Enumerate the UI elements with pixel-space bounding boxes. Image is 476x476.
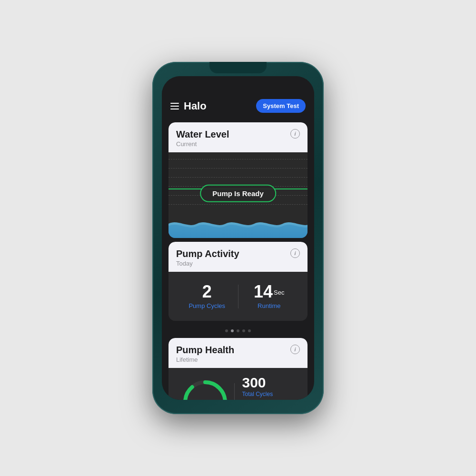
water-level-subtitle: Current: [176, 140, 229, 148]
pump-cycles-stat: 2 Pump Cycles: [176, 279, 238, 313]
phone-notch: [209, 62, 267, 73]
pump-cycles-label: Pump Cycles: [176, 302, 238, 309]
pump-health-card-header: Pump Health Lifetime i: [169, 338, 307, 368]
runtime-stat: 14Sec Runtime: [238, 279, 300, 313]
app-header: Halo System Test: [162, 76, 314, 119]
water-level-card-header: Water Level Current i: [169, 122, 307, 152]
water-level-title-group: Water Level Current: [176, 129, 229, 148]
dot-1: [225, 329, 228, 332]
pump-health-title-group: Pump Health Lifetime: [176, 345, 234, 363]
water-level-card: Water Level Current i Pump I: [169, 122, 307, 238]
phone-frame: Halo System Test Water Level Current i: [152, 62, 324, 414]
pump-activity-card-header: Pump Activity Today i: [169, 242, 307, 272]
pump-health-subtitle: Lifetime: [176, 356, 234, 363]
total-cycles-label: Total Cycles: [242, 391, 300, 397]
dash-line-3: [169, 177, 307, 178]
water-level-title: Water Level: [176, 129, 229, 140]
pump-cycles-value: 2: [176, 283, 238, 300]
pump-activity-subtitle: Today: [176, 260, 239, 267]
dot-2: [231, 329, 234, 332]
dash-line-2: [169, 168, 307, 169]
menu-icon[interactable]: [170, 103, 179, 109]
runtime-unit: Sec: [274, 289, 284, 296]
runtime-label: Runtime: [238, 302, 300, 309]
screen-content: Halo System Test Water Level Current i: [162, 76, 314, 400]
stats-row: 2 Pump Cycles 14Sec Runtime: [176, 279, 300, 313]
pump-health-title: Pump Health: [176, 345, 234, 356]
dash-lines: [169, 152, 307, 211]
pump-activity-title: Pump Activity: [176, 248, 239, 259]
header-left: Halo: [170, 100, 207, 112]
pump-health-body: Excellent 300 Total Cycles 35Min: [169, 368, 307, 400]
health-circle: Excellent: [181, 378, 229, 400]
runtime-value: 14: [254, 282, 273, 301]
dots-indicator: [162, 325, 314, 334]
system-test-button[interactable]: System Test: [256, 99, 306, 113]
pump-activity-title-group: Pump Activity Today: [176, 248, 239, 267]
dash-line-1: [169, 159, 307, 159]
dot-4: [242, 329, 245, 332]
water-wave: [169, 214, 307, 238]
runtime-value-row: 14Sec: [238, 283, 300, 300]
pump-health-card: Pump Health Lifetime i Excellent: [169, 338, 307, 400]
svg-point-1: [185, 382, 225, 400]
dot-3: [237, 329, 239, 332]
pump-activity-card: Pump Activity Today i 2 Pump Cycles: [169, 242, 307, 321]
water-level-info-icon[interactable]: i: [290, 129, 300, 139]
pump-activity-body: 2 Pump Cycles 14Sec Runtime: [169, 272, 307, 321]
dot-5: [248, 329, 251, 332]
phone-screen: Halo System Test Water Level Current i: [162, 76, 314, 400]
total-cycles-stat: 300 Total Cycles: [242, 376, 300, 397]
pump-activity-card-wrapper: Pump Activity Today i 2 Pump Cycles: [162, 242, 314, 321]
total-cycles-value: 300: [242, 376, 300, 390]
svg-point-0: [185, 382, 225, 400]
health-circle-container: Excellent: [176, 378, 234, 400]
health-label: Excellent: [192, 399, 218, 400]
dash-line-6: [169, 204, 307, 205]
pump-ready-button[interactable]: Pump Is Ready: [200, 185, 276, 202]
pump-health-info-icon[interactable]: i: [290, 345, 300, 354]
water-level-body: Pump Is Ready: [169, 152, 307, 238]
pump-activity-info-icon[interactable]: i: [290, 248, 300, 258]
app-title: Halo: [184, 100, 207, 112]
health-stats: 300 Total Cycles 35Min Total Runtime: [235, 376, 300, 400]
